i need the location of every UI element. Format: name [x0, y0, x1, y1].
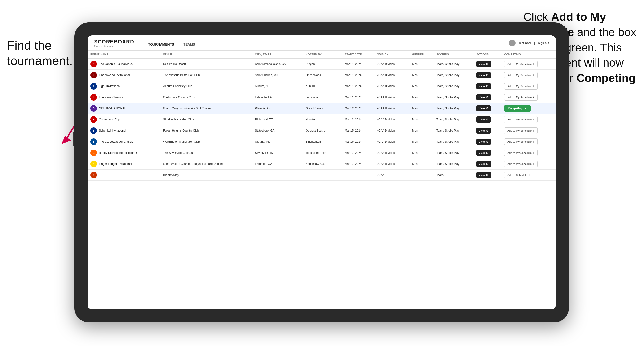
view-button[interactable]: View ⊙	[476, 94, 491, 100]
cell-scoring: Team, Stroke Play	[434, 159, 474, 170]
cell-city-state: Sevierville, TN	[252, 147, 303, 159]
cell-actions: View ⊙	[474, 103, 502, 114]
team-logo: B	[90, 150, 97, 156]
add-schedule-button[interactable]: Add to My Schedule +	[504, 94, 538, 101]
user-name: Test User	[518, 41, 532, 45]
cell-venue: Forest Heights Country Club	[160, 125, 252, 136]
table-row: G GCU INVITATIONAL Grand Canyon Universi…	[88, 103, 556, 114]
cell-gender	[410, 170, 434, 181]
cell-division: NCAA Division I	[374, 103, 409, 114]
tournaments-table: EVENT NAME VENUE CITY, STATE HOSTED BY S…	[88, 50, 556, 181]
event-name-text: Bobby Nichols Intercollegiate	[99, 151, 137, 155]
cell-gender: Men	[410, 147, 434, 159]
view-button[interactable]: View ⊙	[476, 105, 491, 112]
cell-venue: Shadow Hawk Golf Club	[160, 114, 252, 125]
annotation-left-line1: Find the	[7, 38, 52, 52]
view-button[interactable]: View ⊙	[476, 161, 491, 167]
event-name-text: Champions Cup	[99, 118, 120, 121]
add-schedule-button[interactable]: Add to My Schedule +	[504, 138, 538, 145]
view-button[interactable]: View ⊙	[476, 72, 491, 78]
cell-city-state: Auburn, AL	[252, 81, 303, 92]
cell-scoring: Team,	[434, 170, 474, 181]
table-container: EVENT NAME VENUE CITY, STATE HOSTED BY S…	[88, 50, 556, 309]
view-button[interactable]: View ⊙	[476, 116, 491, 123]
annotation-left-line2: tournament.	[7, 54, 73, 68]
view-button[interactable]: View ⊙	[476, 150, 491, 156]
cell-competing: Competing ✓	[502, 103, 556, 114]
plus-icon: +	[532, 96, 534, 99]
cell-start-date: Mar 15, 2024	[342, 125, 374, 136]
cell-competing: Add to My Schedule +	[502, 147, 556, 159]
cell-actions: View ⊙	[474, 136, 502, 147]
event-name-text: GCU INVITATIONAL	[99, 107, 126, 110]
cell-hosted-by: Houston	[303, 114, 342, 125]
separator: |	[534, 41, 535, 45]
nav-tabs: TOURNAMENTS TEAMS	[144, 35, 200, 50]
add-schedule-label: Add to My Schedule	[507, 96, 532, 99]
table-row: R The Johnnie - O Individual Sea Palms R…	[88, 58, 556, 70]
cell-scoring: Team, Stroke Play	[434, 147, 474, 159]
cell-start-date: Mar 17, 2024	[342, 147, 374, 159]
add-schedule-button[interactable]: Add to My Schedule +	[504, 83, 538, 90]
cell-event-name: T Tiger Invitational	[88, 81, 160, 92]
add-schedule-button[interactable]: Add to My Schedule +	[504, 116, 538, 123]
cell-actions: View ⊙	[474, 114, 502, 125]
cell-competing: Add to My Schedule +	[502, 114, 556, 125]
table-row: X Brook ValleyNCAATeam, View ⊙ Add to Sc…	[88, 170, 556, 181]
add-schedule-button[interactable]: Add to Schedule +	[504, 172, 533, 178]
plus-icon: +	[532, 151, 534, 155]
event-name-text: The Johnnie - O Individual	[99, 62, 134, 66]
cell-start-date: Mar 11, 2024	[342, 70, 374, 81]
logo-area: SCOREBOARD Powered by clippd	[94, 39, 134, 47]
view-button[interactable]: View ⊙	[476, 139, 491, 145]
cell-venue: Grand Canyon University Golf Course	[160, 103, 252, 114]
cell-competing: Add to My Schedule +	[502, 70, 556, 81]
cell-city-state: Lafayette, LA	[252, 92, 303, 103]
tab-tournaments[interactable]: TOURNAMENTS	[144, 35, 179, 50]
cell-hosted-by: Lindenwood	[303, 70, 342, 81]
view-button[interactable]: View ⊙	[476, 61, 491, 67]
cell-city-state: Richmond, TX	[252, 114, 303, 125]
cell-division: NCAA Division I	[374, 114, 409, 125]
cell-city-state: Saint Simons Island, GA	[252, 58, 303, 70]
competing-button[interactable]: Competing ✓	[504, 105, 531, 112]
svg-marker-0	[62, 136, 71, 144]
cell-venue: The Missouri Bluffs Golf Club	[160, 70, 252, 81]
add-schedule-button[interactable]: Add to My Schedule +	[504, 61, 538, 67]
logo-title: SCOREBOARD	[94, 39, 134, 45]
cell-division: NCAA Division I	[374, 92, 409, 103]
plus-icon: +	[532, 162, 534, 166]
cell-venue: Worthington Manor Golf Club	[160, 136, 252, 147]
plus-icon: +	[532, 118, 534, 121]
cell-division: NCAA Division I	[374, 147, 409, 159]
cell-actions: View ⊙	[474, 125, 502, 136]
header-right: Test User | Sign out	[509, 40, 549, 46]
team-logo: G	[90, 105, 97, 112]
cell-actions: View ⊙	[474, 81, 502, 92]
sign-out-link[interactable]: Sign out	[538, 41, 549, 45]
cell-start-date: Mar 13, 2024	[342, 114, 374, 125]
cell-division: NCAA Division I	[374, 58, 409, 70]
cell-event-name: R The Johnnie - O Individual	[88, 58, 160, 70]
plus-icon: +	[532, 62, 534, 66]
cell-scoring: Team, Stroke Play	[434, 136, 474, 147]
view-button[interactable]: View ⊙	[476, 128, 491, 134]
tablet-screen: SCOREBOARD Powered by clippd TOURNAMENTS…	[88, 35, 556, 309]
cell-actions: View ⊙	[474, 58, 502, 70]
cell-gender: Men	[410, 58, 434, 70]
add-schedule-button[interactable]: Add to My Schedule +	[504, 72, 538, 78]
logo-sub: Powered by clippd	[94, 45, 134, 47]
tab-teams[interactable]: TEAMS	[179, 35, 200, 50]
add-schedule-button[interactable]: Add to My Schedule +	[504, 127, 538, 134]
view-button[interactable]: View ⊙	[476, 172, 491, 178]
add-schedule-button[interactable]: Add to My Schedule +	[504, 150, 538, 156]
table-row: H Champions Cup Shadow Hawk Golf ClubRic…	[88, 114, 556, 125]
add-schedule-label: Add to My Schedule	[507, 140, 532, 143]
view-button[interactable]: View ⊙	[476, 83, 491, 89]
team-logo: H	[90, 116, 97, 123]
cell-venue: The Sevierville Golf Club	[160, 147, 252, 159]
add-schedule-button[interactable]: Add to My Schedule +	[504, 161, 538, 167]
cell-venue: Brook Valley	[160, 170, 252, 181]
cell-hosted-by: Rutgers	[303, 58, 342, 70]
add-schedule-label: Add to My Schedule	[507, 118, 532, 121]
